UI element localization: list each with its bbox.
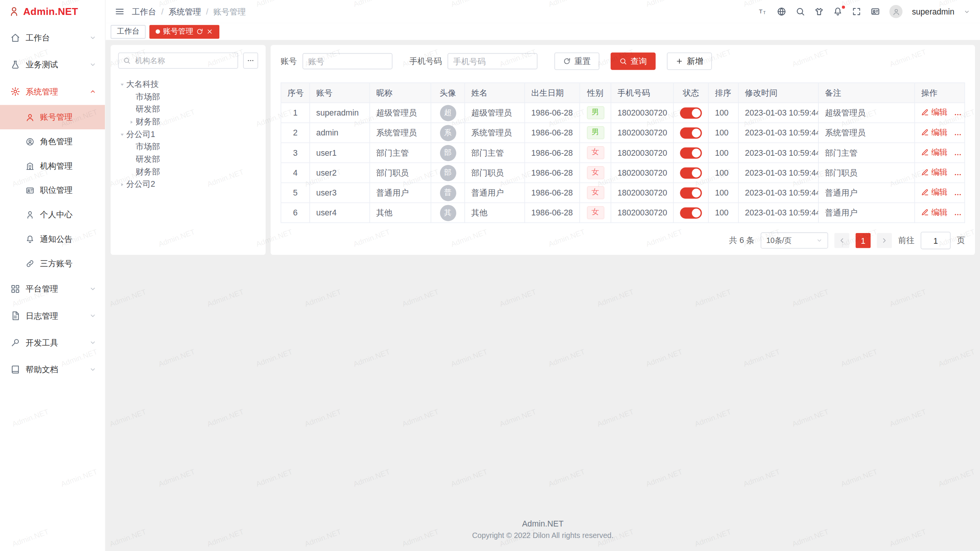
sidebar-item-label: 三方账号 — [40, 258, 105, 269]
name-cell: 系统管理员 — [465, 123, 525, 143]
reset-button[interactable]: 重置 — [554, 52, 599, 70]
sidebar-item-position-mgmt[interactable]: 职位管理 — [0, 178, 105, 202]
sidebar-item-org-mgmt[interactable]: 机构管理 — [0, 154, 105, 178]
tab-account-mgmt[interactable]: 账号管理 — [149, 24, 219, 38]
caret-right-icon[interactable] — [127, 119, 136, 125]
prev-page-button[interactable] — [835, 233, 849, 248]
breadcrumb-item-workbench[interactable]: 工作台 — [132, 6, 156, 17]
sidebar-item-log-mgmt[interactable]: 日志管理 — [0, 302, 105, 329]
fullscreen-icon[interactable] — [852, 7, 861, 16]
chevron-down-icon — [89, 285, 96, 292]
tree-node[interactable]: 市场部 — [118, 91, 258, 103]
sidebar-item-role-mgmt[interactable]: 角色管理 — [0, 129, 105, 154]
account-filter-input[interactable] — [302, 53, 392, 69]
tree-node-label: 研发部 — [136, 104, 160, 115]
remark-cell: 普通用户 — [818, 183, 915, 203]
tab-refresh-icon[interactable] — [196, 28, 203, 35]
modified-cell: 2023-01-03 10:59:44 — [738, 203, 818, 223]
status-toggle[interactable] — [680, 107, 702, 118]
tree-node[interactable]: 财务部 — [118, 166, 258, 178]
sidebar-item-business-test[interactable]: 业务测试 — [0, 51, 105, 78]
theme-icon[interactable] — [814, 7, 823, 16]
tree-node[interactable]: 分公司1 — [118, 128, 258, 141]
tree-node[interactable]: 市场部 — [118, 140, 258, 153]
next-page-button[interactable] — [877, 233, 892, 248]
row-more-button[interactable] — [954, 190, 962, 198]
notification-bell-icon[interactable] — [833, 7, 842, 16]
avatar: 超 — [440, 104, 456, 121]
status-toggle[interactable] — [680, 167, 702, 178]
avatar: 其 — [440, 205, 456, 221]
phone-filter-input[interactable] — [448, 53, 537, 69]
sidebar-item-label: 角色管理 — [40, 136, 105, 147]
edit-button[interactable]: 编辑 — [921, 187, 948, 198]
org-more-button[interactable] — [243, 52, 258, 68]
remark-cell: 系统管理员 — [818, 123, 915, 143]
org-search-input[interactable] — [134, 55, 233, 65]
tab-close-icon[interactable] — [206, 28, 213, 35]
status-toggle[interactable] — [680, 127, 702, 138]
svg-text:T: T — [763, 11, 766, 15]
column-header: 排序 — [709, 83, 738, 103]
link-icon — [26, 259, 34, 268]
page-size-select[interactable]: 10条/页 — [761, 232, 828, 248]
tree-node-label: 分公司2 — [126, 179, 155, 190]
tree-node[interactable]: 研发部 — [118, 103, 258, 116]
pagination-total: 共 6 条 — [729, 235, 755, 246]
edit-button[interactable]: 编辑 — [921, 147, 948, 158]
edit-label: 编辑 — [931, 127, 947, 138]
caret-down-icon[interactable] — [118, 82, 126, 87]
status-toggle[interactable] — [680, 207, 702, 218]
sidebar-item-workbench[interactable]: 工作台 — [0, 24, 105, 51]
user-avatar[interactable] — [889, 5, 902, 18]
nickname-cell: 部门主管 — [370, 143, 431, 163]
language-icon[interactable] — [777, 7, 786, 16]
query-button[interactable]: 查询 — [611, 52, 656, 70]
sidebar-item-system-admin[interactable]: 系统管理 — [0, 78, 105, 105]
username[interactable]: superadmin — [912, 7, 954, 16]
phone-cell: 18020030720 — [611, 123, 673, 143]
caret-down-icon[interactable] — [118, 132, 126, 137]
tree-node[interactable]: 分公司2 — [118, 178, 258, 191]
search-icon[interactable] — [795, 7, 805, 16]
add-button[interactable]: 新增 — [667, 52, 712, 70]
sidebar-item-dev-tools[interactable]: 开发工具 — [0, 329, 105, 356]
sidebar-item-account-mgmt[interactable]: 账号管理 — [0, 105, 105, 129]
sidebar-item-help-docs[interactable]: 帮助文档 — [0, 356, 105, 383]
row-more-button[interactable] — [954, 150, 962, 158]
user-icon — [26, 113, 34, 122]
tab-workbench[interactable]: 工作台 — [111, 24, 145, 38]
page-1-button[interactable]: 1 — [856, 233, 871, 248]
status-toggle[interactable] — [680, 187, 702, 198]
gender-badge: 男 — [586, 126, 604, 139]
caret-right-icon[interactable] — [118, 181, 126, 187]
edit-button[interactable]: 编辑 — [921, 127, 948, 138]
tree-node[interactable]: 财务部 — [118, 116, 258, 128]
modified-cell: 2023-01-03 10:59:44 — [738, 143, 818, 163]
edit-button[interactable]: 编辑 — [921, 207, 948, 218]
tree-node[interactable]: 大名科技 — [118, 78, 258, 91]
sidebar-item-platform-mgmt[interactable]: 平台管理 — [0, 276, 105, 302]
gender-cell: 男 — [580, 123, 611, 143]
tree-node[interactable]: 研发部 — [118, 153, 258, 166]
row-more-button[interactable] — [954, 130, 962, 138]
sidebar-item-notice[interactable]: 通知公告 — [0, 227, 105, 251]
font-size-icon[interactable]: TT — [758, 7, 768, 16]
gender-cell: 男 — [580, 103, 611, 123]
user-panel-icon[interactable] — [871, 7, 880, 16]
sidebar-item-third-account[interactable]: 三方账号 — [0, 251, 105, 276]
gear-icon — [11, 87, 20, 96]
sidebar-item-personal-center[interactable]: 个人中心 — [0, 202, 105, 227]
bell-icon — [26, 235, 34, 243]
tree-node-label: 分公司1 — [126, 129, 155, 140]
row-more-button[interactable] — [954, 170, 962, 178]
collapse-menu-icon[interactable] — [115, 7, 124, 16]
edit-button[interactable]: 编辑 — [921, 167, 948, 178]
status-cell — [673, 163, 708, 183]
edit-button[interactable]: 编辑 — [921, 107, 948, 118]
goto-page-input[interactable] — [921, 232, 951, 249]
row-more-button[interactable] — [954, 110, 962, 118]
breadcrumb-item-system[interactable]: 系统管理 — [168, 6, 201, 17]
row-more-button[interactable] — [954, 210, 962, 218]
status-toggle[interactable] — [680, 147, 702, 158]
